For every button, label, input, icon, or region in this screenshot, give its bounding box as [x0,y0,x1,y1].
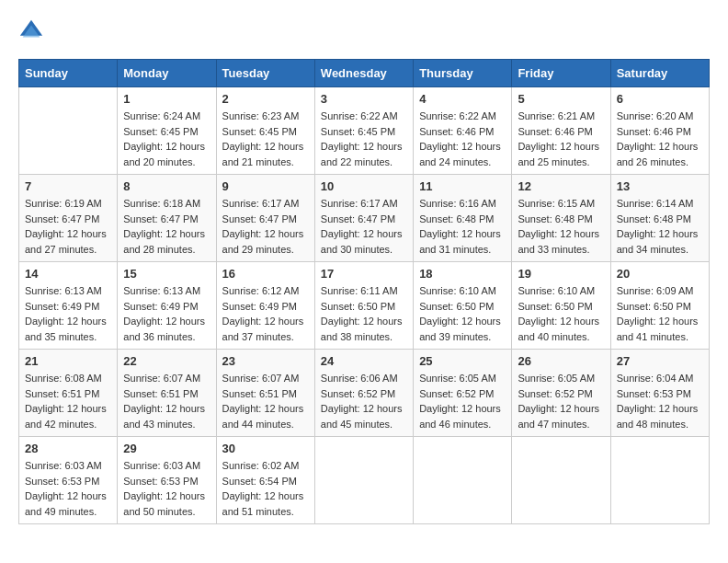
day-info: Sunrise: 6:05 AM Sunset: 6:52 PM Dayligh… [518,371,604,431]
day-info: Sunrise: 6:07 AM Sunset: 6:51 PM Dayligh… [222,371,309,431]
day-info: Sunrise: 6:24 AM Sunset: 6:45 PM Dayligh… [123,109,210,169]
day-info: Sunrise: 6:02 AM Sunset: 6:54 PM Dayligh… [222,458,309,519]
day-info: Sunrise: 6:19 AM Sunset: 6:47 PM Dayligh… [25,196,111,257]
calendar-cell: 4Sunrise: 6:22 AM Sunset: 6:46 PM Daylig… [414,87,512,175]
day-number: 4 [419,92,506,106]
day-number: 18 [419,267,506,281]
day-number: 2 [222,92,309,106]
calendar-week-row: 7Sunrise: 6:19 AM Sunset: 6:47 PM Daylig… [19,175,710,262]
day-info: Sunrise: 6:17 AM Sunset: 6:47 PM Dayligh… [321,196,407,257]
day-info: Sunrise: 6:09 AM Sunset: 6:50 PM Dayligh… [617,283,703,344]
day-info: Sunrise: 6:10 AM Sunset: 6:50 PM Dayligh… [419,283,506,344]
calendar-cell [314,437,413,524]
day-info: Sunrise: 6:05 AM Sunset: 6:52 PM Dayligh… [419,371,506,431]
day-number: 20 [617,267,703,281]
logo-icon [18,18,44,44]
calendar-cell: 22Sunrise: 6:07 AM Sunset: 6:51 PM Dayli… [118,350,216,437]
calendar-cell: 23Sunrise: 6:07 AM Sunset: 6:51 PM Dayli… [216,350,314,437]
day-number: 24 [321,354,407,368]
day-number: 21 [25,354,111,368]
header-tuesday: Tuesday [216,60,314,87]
calendar-cell: 18Sunrise: 6:10 AM Sunset: 6:50 PM Dayli… [414,262,512,350]
calendar-cell: 25Sunrise: 6:05 AM Sunset: 6:52 PM Dayli… [414,350,512,437]
header-wednesday: Wednesday [314,60,413,87]
day-number: 5 [518,92,604,106]
calendar-week-row: 28Sunrise: 6:03 AM Sunset: 6:53 PM Dayli… [19,437,710,524]
day-number: 7 [25,179,111,193]
header-thursday: Thursday [414,60,512,87]
day-info: Sunrise: 6:11 AM Sunset: 6:50 PM Dayligh… [321,283,407,344]
header-friday: Friday [512,60,610,87]
calendar-cell: 9Sunrise: 6:17 AM Sunset: 6:47 PM Daylig… [216,175,314,262]
calendar-cell [512,437,610,524]
day-number: 14 [25,267,111,281]
calendar-cell: 16Sunrise: 6:12 AM Sunset: 6:49 PM Dayli… [216,262,314,350]
header-sunday: Sunday [19,60,118,87]
day-number: 8 [123,179,210,193]
day-info: Sunrise: 6:03 AM Sunset: 6:53 PM Dayligh… [123,458,210,519]
day-number: 25 [419,354,506,368]
calendar-cell: 11Sunrise: 6:16 AM Sunset: 6:48 PM Dayli… [414,175,512,262]
calendar-cell: 5Sunrise: 6:21 AM Sunset: 6:46 PM Daylig… [512,87,610,175]
calendar-cell: 14Sunrise: 6:13 AM Sunset: 6:49 PM Dayli… [19,262,118,350]
day-info: Sunrise: 6:13 AM Sunset: 6:49 PM Dayligh… [25,283,111,344]
day-info: Sunrise: 6:22 AM Sunset: 6:45 PM Dayligh… [321,109,407,169]
calendar-cell [414,437,512,524]
day-number: 23 [222,354,309,368]
day-number: 3 [321,92,407,106]
day-info: Sunrise: 6:06 AM Sunset: 6:52 PM Dayligh… [321,371,407,431]
day-number: 11 [419,179,506,193]
day-info: Sunrise: 6:13 AM Sunset: 6:49 PM Dayligh… [123,283,210,344]
calendar-cell: 13Sunrise: 6:14 AM Sunset: 6:48 PM Dayli… [610,175,709,262]
header-saturday: Saturday [610,60,709,87]
calendar-cell: 19Sunrise: 6:10 AM Sunset: 6:50 PM Dayli… [512,262,610,350]
calendar-week-row: 21Sunrise: 6:08 AM Sunset: 6:51 PM Dayli… [19,350,710,437]
day-info: Sunrise: 6:23 AM Sunset: 6:45 PM Dayligh… [222,109,309,169]
calendar-cell: 30Sunrise: 6:02 AM Sunset: 6:54 PM Dayli… [216,437,314,524]
day-info: Sunrise: 6:20 AM Sunset: 6:46 PM Dayligh… [617,109,703,169]
day-info: Sunrise: 6:04 AM Sunset: 6:53 PM Dayligh… [617,371,703,431]
day-number: 10 [321,179,407,193]
day-info: Sunrise: 6:07 AM Sunset: 6:51 PM Dayligh… [123,371,210,431]
calendar-cell: 29Sunrise: 6:03 AM Sunset: 6:53 PM Dayli… [118,437,216,524]
day-info: Sunrise: 6:12 AM Sunset: 6:49 PM Dayligh… [222,283,309,344]
day-number: 9 [222,179,309,193]
calendar-week-row: 14Sunrise: 6:13 AM Sunset: 6:49 PM Dayli… [19,262,710,350]
day-info: Sunrise: 6:03 AM Sunset: 6:53 PM Dayligh… [25,458,111,519]
day-info: Sunrise: 6:10 AM Sunset: 6:50 PM Dayligh… [518,283,604,344]
calendar-cell: 28Sunrise: 6:03 AM Sunset: 6:53 PM Dayli… [19,437,118,524]
day-number: 13 [617,179,703,193]
day-number: 28 [25,442,111,455]
calendar-cell: 21Sunrise: 6:08 AM Sunset: 6:51 PM Dayli… [19,350,118,437]
header-monday: Monday [118,60,216,87]
calendar-cell: 26Sunrise: 6:05 AM Sunset: 6:52 PM Dayli… [512,350,610,437]
calendar-table: SundayMondayTuesdayWednesdayThursdayFrid… [18,59,710,524]
day-info: Sunrise: 6:16 AM Sunset: 6:48 PM Dayligh… [419,196,506,257]
calendar-cell: 7Sunrise: 6:19 AM Sunset: 6:47 PM Daylig… [19,175,118,262]
day-number: 27 [617,354,703,368]
day-number: 12 [518,179,604,193]
logo [18,18,48,44]
day-info: Sunrise: 6:18 AM Sunset: 6:47 PM Dayligh… [123,196,210,257]
calendar-header-row: SundayMondayTuesdayWednesdayThursdayFrid… [19,60,710,87]
day-number: 15 [123,267,210,281]
calendar-cell: 27Sunrise: 6:04 AM Sunset: 6:53 PM Dayli… [610,350,709,437]
calendar-cell [19,87,118,175]
calendar-cell: 12Sunrise: 6:15 AM Sunset: 6:48 PM Dayli… [512,175,610,262]
calendar-cell: 2Sunrise: 6:23 AM Sunset: 6:45 PM Daylig… [216,87,314,175]
calendar-cell: 6Sunrise: 6:20 AM Sunset: 6:46 PM Daylig… [610,87,709,175]
day-number: 19 [518,267,604,281]
page-header [18,18,710,44]
calendar-cell: 17Sunrise: 6:11 AM Sunset: 6:50 PM Dayli… [314,262,413,350]
day-number: 30 [222,442,309,455]
calendar-week-row: 1Sunrise: 6:24 AM Sunset: 6:45 PM Daylig… [19,87,710,175]
day-info: Sunrise: 6:15 AM Sunset: 6:48 PM Dayligh… [518,196,604,257]
calendar-cell: 20Sunrise: 6:09 AM Sunset: 6:50 PM Dayli… [610,262,709,350]
day-info: Sunrise: 6:08 AM Sunset: 6:51 PM Dayligh… [25,371,111,431]
calendar-cell: 10Sunrise: 6:17 AM Sunset: 6:47 PM Dayli… [314,175,413,262]
day-number: 22 [123,354,210,368]
calendar-cell: 1Sunrise: 6:24 AM Sunset: 6:45 PM Daylig… [118,87,216,175]
day-info: Sunrise: 6:17 AM Sunset: 6:47 PM Dayligh… [222,196,309,257]
day-number: 26 [518,354,604,368]
day-info: Sunrise: 6:21 AM Sunset: 6:46 PM Dayligh… [518,109,604,169]
